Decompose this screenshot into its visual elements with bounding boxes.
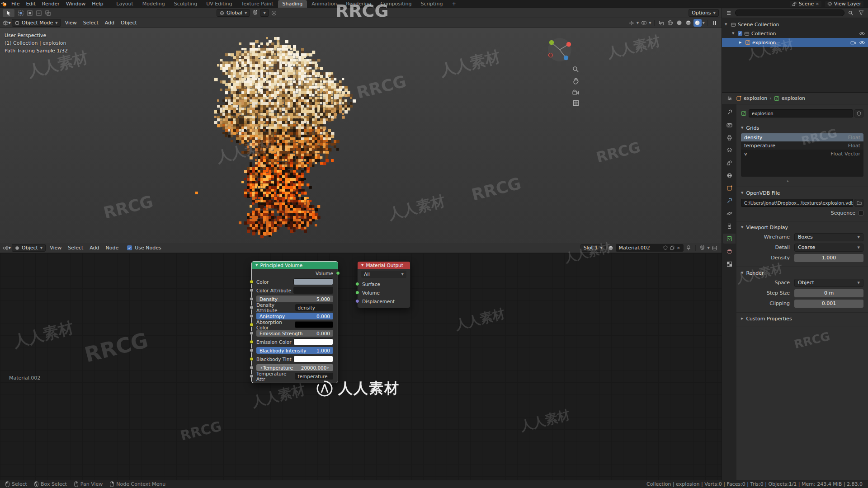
input-socket-color[interactable] xyxy=(250,280,254,284)
pin-icon[interactable] xyxy=(684,244,693,252)
workspace-tab-[interactable]: + xyxy=(447,0,460,8)
menu-help[interactable]: Help xyxy=(89,1,106,7)
slider-blackbody-intensity[interactable]: Blackbody Intensity1.000 xyxy=(256,347,333,354)
input-socket-density[interactable] xyxy=(250,297,254,301)
copy-material-icon[interactable] xyxy=(670,245,675,250)
outliner-filter-icon[interactable] xyxy=(857,9,865,17)
slider-anisotropy[interactable]: Anisotropy0.000 xyxy=(256,313,333,319)
grid-row-density[interactable]: densityFloat xyxy=(741,133,863,141)
input-socket-blackbody-intensity[interactable] xyxy=(250,348,254,352)
volume-output-socket[interactable] xyxy=(336,271,340,275)
input-socket-absorption-color[interactable] xyxy=(250,323,254,327)
input-socket-temperature-attr[interactable] xyxy=(250,374,254,378)
menu-window[interactable]: Window xyxy=(63,1,89,7)
custom-properties-header[interactable]: ▶Custom Properties xyxy=(741,314,863,323)
select-mode-extend-icon[interactable] xyxy=(26,9,34,17)
shader-menu-add[interactable]: Add xyxy=(86,243,102,253)
number-field-step-size[interactable]: 0 m xyxy=(794,289,863,297)
list-resize-grip[interactable]: ▸ ⋯⋯ xyxy=(741,178,863,183)
viewport-menu-add[interactable]: Add xyxy=(102,18,118,28)
openvdb-path-field[interactable]: C:\Users\jonat\Dropbox...\textures\explo… xyxy=(741,199,853,207)
data-name-field[interactable]: explosion xyxy=(749,109,853,117)
properties-tab-output[interactable] xyxy=(723,132,736,142)
color-swatch-blackbody-tint[interactable] xyxy=(293,356,333,362)
viewport-menu-select[interactable]: Select xyxy=(80,18,102,28)
breadcrumb-data-name[interactable]: explosion xyxy=(782,95,805,101)
xray-toggle-icon[interactable] xyxy=(657,19,665,27)
scene-unlink-icon[interactable]: ✕ xyxy=(816,2,819,6)
workspace-tab-compositing[interactable]: Compositing xyxy=(376,0,416,8)
properties-tab-view-layer[interactable] xyxy=(723,145,736,155)
input-socket-displacement[interactable] xyxy=(355,299,359,303)
shading-material-icon[interactable] xyxy=(684,19,693,27)
workspace-tab-layout[interactable]: Layout xyxy=(112,0,137,8)
data-fake-user-icon[interactable] xyxy=(854,109,863,117)
shader-editor[interactable]: ▼ Principled Volume Volume ColorColor At… xyxy=(0,253,722,480)
browse-material-icon[interactable] xyxy=(607,244,615,252)
node-snap-magnet-icon[interactable] xyxy=(698,244,707,252)
input-socket-emission-color[interactable] xyxy=(250,340,254,344)
slider-density[interactable]: Density5.000 xyxy=(256,296,333,302)
menu-render[interactable]: Render xyxy=(39,1,63,7)
node-overlay-toggle-icon[interactable] xyxy=(711,244,719,252)
pause-render-button[interactable] xyxy=(711,19,719,27)
workspace-tab-texture-paint[interactable]: Texture Paint xyxy=(237,0,278,8)
slider-emission-strength[interactable]: Emission Strength0.000 xyxy=(256,330,333,337)
input-socket-color-attribute[interactable] xyxy=(250,288,254,292)
viewport-display-header[interactable]: ▼Viewport Display xyxy=(741,223,863,232)
color-swatch-absorption-color[interactable] xyxy=(295,321,333,328)
properties-tab-object[interactable] xyxy=(723,183,736,193)
outliner-row-collection[interactable]: ▼ ✓ Collection xyxy=(722,29,868,38)
explosion-eye-icon[interactable] xyxy=(859,41,865,45)
shader-menu-node[interactable]: Node xyxy=(103,243,122,253)
color-swatch-emission-color[interactable] xyxy=(293,338,333,345)
unlink-material-icon[interactable]: ✕ xyxy=(677,246,680,250)
input-socket-surface[interactable] xyxy=(355,282,359,286)
viewport-editor-type-icon[interactable]: ▼ xyxy=(3,19,11,27)
outliner-row-scene-collection[interactable]: ▼ Scene Collection xyxy=(722,20,868,29)
workspace-tab-animation[interactable]: Animation xyxy=(307,0,341,8)
workspace-tab-modeling[interactable]: Modeling xyxy=(138,0,170,8)
zoom-icon[interactable] xyxy=(572,66,579,73)
outliner-search-input[interactable] xyxy=(735,9,844,16)
workspace-tab-scripting[interactable]: Scripting xyxy=(416,0,447,8)
input-socket-density-attribute[interactable] xyxy=(250,305,254,310)
active-tool-button[interactable] xyxy=(3,9,14,17)
shading-rendered-icon[interactable] xyxy=(693,19,702,27)
outliner-editor-type-icon[interactable] xyxy=(725,9,733,17)
snap-toggle-icon[interactable] xyxy=(251,9,259,17)
workspace-tab-shading[interactable]: Shading xyxy=(278,0,307,8)
properties-tab-physics[interactable] xyxy=(723,208,736,218)
material-slot-dropdown[interactable]: Slot 1 ▼ xyxy=(580,244,606,252)
grid-row-v[interactable]: vFloat Vector xyxy=(741,150,863,158)
render-panel-header[interactable]: ▼Render xyxy=(741,268,863,277)
properties-tab-modifiers[interactable] xyxy=(723,196,736,206)
viewport-menu-view[interactable]: View xyxy=(62,18,80,28)
properties-tab-material[interactable] xyxy=(723,246,736,256)
options-dropdown[interactable]: Options ▼ xyxy=(689,9,719,17)
overlays-icon[interactable] xyxy=(640,19,648,27)
shader-editor-type-icon[interactable]: ▼ xyxy=(3,244,11,252)
explosion-render-icon[interactable] xyxy=(850,40,856,45)
proportional-edit-icon[interactable] xyxy=(270,9,278,17)
sequence-checkbox[interactable] xyxy=(859,211,863,216)
blender-logo-icon[interactable] xyxy=(0,0,8,8)
text-field-temperature-attr[interactable]: temperature xyxy=(295,373,333,380)
collection-eye-icon[interactable] xyxy=(859,32,865,36)
toggle-ortho-icon[interactable] xyxy=(573,100,579,106)
shading-solid-icon[interactable] xyxy=(675,19,684,27)
properties-tab-tool[interactable] xyxy=(723,107,736,117)
collection-checkbox[interactable]: ✓ xyxy=(738,31,742,36)
dropdown-detail[interactable]: Coarse▼ xyxy=(794,244,863,252)
workspace-tab-sculpting[interactable]: Sculpting xyxy=(170,0,202,8)
properties-tab-object-data[interactable] xyxy=(723,234,736,244)
navigation-gizmo[interactable] xyxy=(545,34,575,64)
view-layer-selector[interactable]: View Layer xyxy=(825,1,863,7)
outliner-search-icon[interactable] xyxy=(847,9,855,17)
properties-tab-texture[interactable] xyxy=(723,259,736,269)
workspace-tab-rendering[interactable]: Rendering xyxy=(341,0,376,8)
input-socket-blackbody-tint[interactable] xyxy=(250,357,254,361)
show-gizmo-icon[interactable] xyxy=(627,19,636,27)
dropdown-space[interactable]: Object▼ xyxy=(794,279,863,287)
dropdown-wireframe[interactable]: Boxes▼ xyxy=(794,233,863,241)
